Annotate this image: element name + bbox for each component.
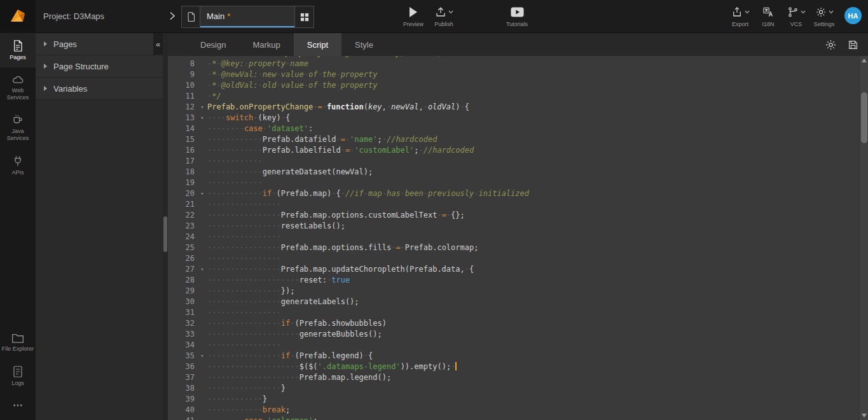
code-line-23[interactable]: 23················resetLabels();	[168, 221, 859, 232]
panel-section-page-structure[interactable]: Page Structure	[36, 55, 163, 78]
code-line-32[interactable]: 32················if·(Prefab.showbubbles…	[168, 318, 859, 329]
rail-item-more[interactable]	[0, 393, 36, 417]
line-number: 26	[168, 253, 197, 264]
preview-button[interactable]: Preview	[401, 5, 426, 27]
fold-gutter-spacer	[197, 134, 207, 145]
code-line-24[interactable]: 24················	[168, 232, 859, 242]
code-text: ················generateLabels();	[207, 297, 359, 307]
code-line-37[interactable]: 37····················Prefab.map.legend(…	[168, 372, 859, 383]
panel-section-variables[interactable]: Variables	[36, 78, 163, 100]
code-line-8[interactable]: 8·*·@key:·property·name	[168, 59, 859, 69]
page-file-icon[interactable]	[182, 6, 200, 27]
translate-icon	[762, 5, 775, 19]
script-code-editor[interactable]: 7·*·called·when·a·property·changes·with·…	[168, 56, 868, 420]
code-line-20[interactable]: 20▾············if·(Prefab.map)·{·//if·ma…	[168, 188, 859, 199]
code-line-21[interactable]: 21················	[168, 199, 859, 210]
fold-gutter-spacer	[197, 416, 207, 420]
collapse-panel-button[interactable]: «	[153, 33, 163, 55]
code-line-9[interactable]: 9·*·@newVal:·new·value·of·the·property	[168, 69, 859, 80]
code-line-22[interactable]: 22················Prefab.map.options.cus…	[168, 210, 859, 221]
doc-tab-main[interactable]: Main *	[200, 6, 294, 27]
rail-item-label: File Explorer	[2, 346, 34, 353]
icon-rail-bottom-items: File ExplorerLogs	[0, 326, 36, 417]
file-explorer-icon	[11, 333, 24, 344]
code-text: ················	[207, 232, 281, 242]
line-number: 31	[168, 307, 197, 318]
rail-item-logs[interactable]: Logs	[0, 359, 36, 393]
scroll-up-arrow-icon[interactable]	[862, 59, 867, 62]
code-line-16[interactable]: 16············Prefab.labelfield·=·'custo…	[168, 145, 859, 156]
code-line-29[interactable]: 29················});	[168, 286, 859, 297]
editor-scrollbar[interactable]	[859, 56, 868, 420]
code-text: ·*·@newVal:·new·value·of·the·property	[207, 69, 377, 80]
text-cursor	[455, 362, 457, 370]
vcs-button[interactable]: VCS	[783, 5, 809, 27]
line-number: 16	[168, 145, 197, 156]
fold-arrow-icon[interactable]: ▾	[197, 351, 207, 361]
editor-scrollbar-thumb[interactable]	[861, 92, 867, 143]
rail-item-web-services[interactable]: Web Services	[0, 67, 36, 108]
panel-scrollbar-thumb[interactable]	[163, 216, 167, 252]
tab-markup[interactable]: Markup	[239, 33, 293, 56]
app-logo[interactable]	[0, 0, 36, 33]
code-line-35[interactable]: 35▾················if·(Prefab.legend)·{	[168, 351, 859, 361]
line-number: 20	[168, 188, 197, 199]
save-icon[interactable]	[847, 39, 859, 51]
tab-style[interactable]: Style	[341, 33, 387, 56]
code-text: ············Prefab.labelfield·=·'customL…	[207, 145, 474, 156]
code-text: ········case·'dataset':	[207, 123, 313, 134]
code-line-30[interactable]: 30················generateLabels();	[168, 297, 859, 307]
rail-item-java-services[interactable]: Java Services	[0, 107, 36, 148]
code-line-40[interactable]: 40············break;	[168, 405, 859, 416]
page-settings-gear-icon[interactable]	[825, 39, 837, 51]
youtube-icon	[511, 5, 524, 19]
rail-item-apis[interactable]: APIs	[0, 148, 36, 183]
panel-section-pages[interactable]: Pages «	[36, 33, 163, 55]
apis-icon	[11, 155, 24, 167]
rail-item-pages[interactable]: Pages	[0, 33, 36, 67]
code-line-31[interactable]: 31················	[168, 307, 859, 318]
tab-script[interactable]: Script	[294, 33, 341, 56]
i18n-button[interactable]: I18N	[755, 5, 781, 27]
fold-gutter-spacer	[197, 199, 207, 210]
code-line-33[interactable]: 33····················generateBubbles();	[168, 329, 859, 340]
tab-design[interactable]: Design	[187, 33, 239, 56]
code-line-11[interactable]: 11·*/	[168, 91, 859, 102]
code-line-28[interactable]: 28····················reset:·true	[168, 275, 859, 286]
code-line-25[interactable]: 25················Prefab.map.options.fil…	[168, 242, 859, 253]
git-branch-icon	[787, 6, 799, 18]
code-line-36[interactable]: 36····················$($('.datamaps-leg…	[168, 361, 859, 372]
code-line-39[interactable]: 39············}	[168, 394, 859, 405]
code-text: ····················reset:·true	[207, 275, 350, 286]
fold-arrow-icon[interactable]: ▾	[197, 113, 207, 123]
scroll-down-arrow-icon[interactable]	[862, 414, 867, 417]
panel-scrollbar[interactable]	[163, 33, 168, 420]
code-line-26[interactable]: 26················	[168, 253, 859, 264]
dashboard-grid-icon[interactable]	[294, 6, 313, 27]
code-text: ················	[207, 253, 281, 264]
code-line-34[interactable]: 34················	[168, 340, 859, 351]
code-line-19[interactable]: 19············	[168, 178, 859, 188]
rail-item-file-explorer[interactable]: File Explorer	[0, 326, 36, 359]
fold-arrow-icon[interactable]: ▾	[197, 102, 207, 113]
code-line-12[interactable]: 12▾Prefab.onPropertyChange·=·function(ke…	[168, 102, 859, 113]
publish-button[interactable]: Publish	[431, 5, 457, 27]
export-button[interactable]: Export	[727, 5, 753, 27]
fold-arrow-icon[interactable]: ▾	[197, 188, 207, 199]
project-expand-chevron-icon[interactable]	[169, 11, 176, 20]
code-line-10[interactable]: 10·*·@oldVal:·old·value·of·the·property	[168, 80, 859, 91]
code-line-41[interactable]: 41········case·'colormap':	[168, 416, 859, 420]
code-line-13[interactable]: 13▾····switch·(key)·{	[168, 113, 859, 123]
fold-arrow-icon[interactable]: ▾	[197, 264, 207, 275]
code-line-18[interactable]: 18············generateDataset(newVal);	[168, 167, 859, 178]
code-line-38[interactable]: 38················}	[168, 383, 859, 394]
user-avatar[interactable]: HA	[844, 7, 862, 24]
code-line-17[interactable]: 17············	[168, 156, 859, 167]
code-line-15[interactable]: 15············Prefab.datafield·=·'name';…	[168, 134, 859, 145]
code-line-27[interactable]: 27▾················Prefab.map.updateChor…	[168, 264, 859, 275]
header-right-actions: Export I18N VCS	[727, 5, 862, 27]
tutorials-button[interactable]: Tutorials	[504, 5, 530, 27]
code-line-14[interactable]: 14········case·'dataset':	[168, 123, 859, 134]
settings-button[interactable]: Settings	[811, 5, 837, 27]
fold-gutter-spacer	[197, 405, 207, 416]
